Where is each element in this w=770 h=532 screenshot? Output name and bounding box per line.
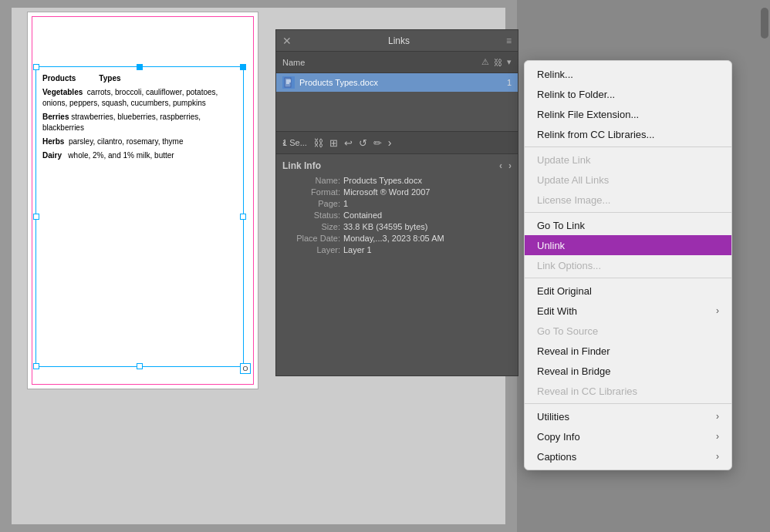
pen-icon[interactable]: ✏ — [373, 137, 382, 149]
menu-item-label-go-to-source: Go To Source — [537, 325, 719, 337]
submenu-arrow-utilities: › — [716, 411, 719, 422]
arrow-back-icon[interactable]: ↩ — [344, 137, 353, 149]
panel-title: Links — [388, 35, 410, 46]
text-frame[interactable]: O Products Types Vegetables carrots, bro… — [35, 66, 244, 367]
submenu-arrow-copy-info: › — [716, 431, 719, 442]
handle-bl[interactable] — [33, 363, 39, 369]
page-white: O Products Types Vegetables carrots, bro… — [27, 12, 258, 389]
info-value: Monday,...3, 2023 8:05 AM — [343, 234, 444, 243]
info-label: Place Date: — [282, 234, 340, 243]
menu-item-edit-with[interactable]: Edit With› — [525, 301, 731, 321]
info-nav-right[interactable]: › — [508, 160, 512, 171]
menu-item-go-to-source: Go To Source — [525, 321, 731, 341]
panel-toolbar: 1 Se... ⛓ ⊞ ↩ ↺ ✏ ‹ › — [276, 131, 518, 154]
handle-tr[interactable] — [240, 64, 246, 70]
menu-item-captions[interactable]: Captions› — [525, 446, 731, 466]
info-rows: Name:Products Types.docxFormat:Microsoft… — [282, 176, 512, 254]
menu-item-label-unlink: Unlink — [537, 240, 719, 251]
info-label: Name: — [282, 176, 340, 185]
link-info-title: Link Info ‹ › — [282, 160, 512, 171]
info-row: Page:1 — [282, 199, 512, 208]
menu-item-label-update-all: Update All Links — [537, 174, 719, 186]
menu-item-label-relink-cc: Relink from CC Libraries... — [537, 129, 719, 140]
menu-item-label-relink: Relink... — [537, 69, 719, 80]
handle-ml[interactable] — [33, 214, 39, 220]
panel-titlebar: ✕ Links ≡ — [276, 30, 518, 52]
info-value: Microsoft ® Word 2007 — [343, 187, 430, 197]
menu-item-update-all: Update All Links — [525, 170, 731, 190]
chain-icon[interactable]: ⛓ — [313, 137, 323, 149]
menu-item-unlink[interactable]: Unlink — [525, 235, 731, 255]
handle-bc[interactable] — [137, 363, 143, 369]
info-row: Name:Products Types.docx — [282, 176, 512, 185]
chevron-down-icon: ▾ — [507, 57, 512, 67]
menu-item-relink-cc[interactable]: Relink from CC Libraries... — [525, 124, 731, 144]
menu-item-label-utilities: Utilities — [537, 411, 716, 423]
menu-item-reveal-cc: Reveal in CC Libraries — [525, 381, 731, 401]
menu-item-relink-folder[interactable]: Relink to Folder... — [525, 84, 731, 104]
file-icon — [282, 76, 295, 89]
nav-left-arrow[interactable]: ‹ — [282, 136, 286, 149]
handle-tl[interactable] — [33, 64, 39, 70]
menu-item-label-edit-with: Edit With — [537, 305, 716, 317]
panel-list: Products Types.docx 1 — [276, 73, 518, 131]
menu-item-relink[interactable]: Relink... — [525, 64, 731, 84]
submenu-arrow-edit-with: › — [716, 305, 719, 316]
info-value: Layer 1 — [343, 245, 372, 254]
menu-item-label-reveal-finder: Reveal in Finder — [537, 345, 719, 357]
warning-icon: ⚠ — [481, 57, 489, 67]
menu-item-label-relink-ext: Relink File Extension... — [537, 109, 719, 120]
menu-separator — [525, 212, 731, 213]
link2-icon[interactable]: ⊞ — [329, 137, 338, 149]
menu-separator — [525, 146, 731, 147]
file-page: 1 — [507, 78, 512, 87]
link-icon: ⛓ — [494, 58, 502, 67]
info-value: 33.8 KB (34595 bytes) — [343, 222, 427, 231]
menu-item-copy-info[interactable]: Copy Info› — [525, 426, 731, 446]
menu-item-reveal-finder[interactable]: Reveal in Finder — [525, 341, 731, 361]
overflow-indicator: O — [240, 363, 251, 374]
menu-item-label-go-to-link: Go To Link — [537, 220, 719, 231]
submenu-arrow-captions: › — [716, 451, 719, 462]
nav-right-arrow[interactable]: › — [388, 136, 392, 149]
menu-item-go-to-link[interactable]: Go To Link — [525, 215, 731, 235]
menu-item-label-update-link: Update Link — [537, 154, 719, 166]
handle-tc[interactable] — [137, 64, 143, 70]
menu-separator — [525, 403, 731, 404]
scrollbar-track — [759, 0, 770, 532]
list-item[interactable]: Products Types.docx 1 — [276, 73, 518, 92]
info-label: Page: — [282, 199, 340, 208]
menu-item-label-reveal-cc: Reveal in CC Libraries — [537, 386, 719, 397]
menu-item-update-link: Update Link — [525, 150, 731, 170]
info-row: Place Date:Monday,...3, 2023 8:05 AM — [282, 234, 512, 243]
scrollbar-thumb[interactable] — [761, 8, 768, 39]
menu-item-edit-original[interactable]: Edit Original — [525, 281, 731, 301]
info-value: Contained — [343, 210, 382, 220]
menu-item-label-license: License Image... — [537, 194, 719, 206]
menu-item-utilities[interactable]: Utilities› — [525, 406, 731, 426]
panel-close-button[interactable]: ✕ — [282, 35, 292, 47]
info-label: Status: — [282, 210, 340, 220]
menu-item-label-reveal-bridge: Reveal in Bridge — [537, 365, 719, 377]
info-nav-left[interactable]: ‹ — [499, 160, 502, 171]
links-panel: ✕ Links ≡ Name ⚠ ⛓ ▾ Products Types.docx… — [275, 29, 518, 376]
info-label: Size: — [282, 222, 340, 231]
handle-mr[interactable] — [240, 214, 246, 220]
link-info-section: Link Info ‹ › Name:Products Types.docxFo… — [276, 154, 518, 375]
menu-item-label-edit-original: Edit Original — [537, 285, 719, 297]
info-value: 1 — [343, 199, 348, 208]
menu-separator — [525, 278, 731, 278]
context-menu: Relink...Relink to Folder...Relink File … — [524, 60, 732, 470]
menu-item-license: License Image... — [525, 190, 731, 210]
refresh-icon[interactable]: ↺ — [359, 137, 367, 149]
column-name-label: Name — [282, 58, 478, 67]
menu-item-link-options: Link Options... — [525, 255, 731, 275]
file-name: Products Types.docx — [299, 78, 502, 87]
menu-item-relink-ext[interactable]: Relink File Extension... — [525, 104, 731, 124]
info-row: Status:Contained — [282, 210, 512, 220]
panel-menu-button[interactable]: ≡ — [506, 35, 512, 46]
text-frame-content: Products Types Vegetables carrots, brocc… — [42, 73, 237, 164]
column-icons: ⚠ ⛓ ▾ — [481, 57, 512, 67]
menu-item-reveal-bridge[interactable]: Reveal in Bridge — [525, 361, 731, 381]
svg-rect-0 — [285, 78, 291, 87]
